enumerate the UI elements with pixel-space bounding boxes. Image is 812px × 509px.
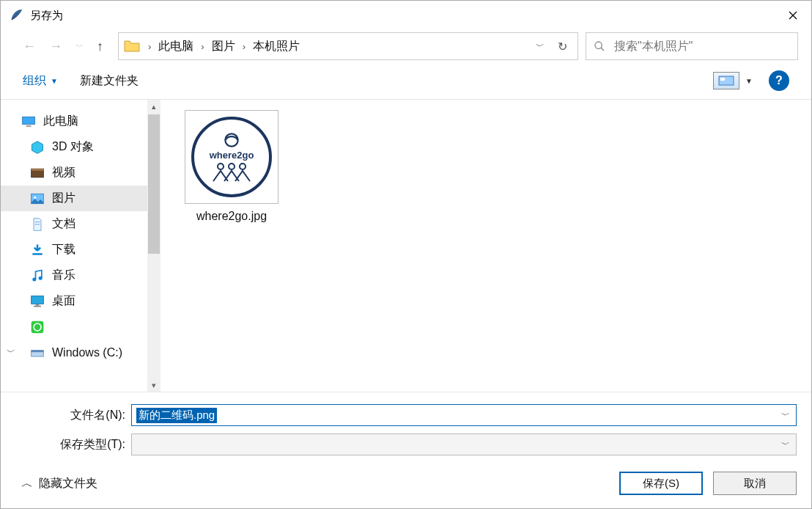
view-icon <box>718 76 734 86</box>
sidebar-item-label: 此电脑 <box>43 114 78 129</box>
forward-button[interactable]: → <box>49 39 62 54</box>
breadcrumb-item[interactable]: 此电脑 <box>158 39 193 54</box>
sidebar-item-this-pc[interactable]: 此电脑 <box>1 109 160 134</box>
svg-rect-24 <box>32 350 44 352</box>
sidebar-item-desktop[interactable]: 桌面 <box>1 288 160 314</box>
sidebar-item-videos[interactable]: 视频 <box>1 160 160 186</box>
sidebar-item-downloads[interactable]: 下载 <box>1 237 160 263</box>
command-row: 组织 ▼ 新建文件夹 ▼ ? <box>1 62 811 99</box>
svg-point-28 <box>240 164 246 169</box>
sidebar-item-label: 视频 <box>52 165 75 180</box>
filename-row: 文件名(N): 新的二维码.png ﹀ <box>15 404 797 426</box>
scroll-up-arrow[interactable]: ▴ <box>152 100 156 113</box>
chevron-down-icon: ▼ <box>51 77 58 85</box>
svg-rect-19 <box>36 304 40 306</box>
svg-rect-8 <box>26 125 32 127</box>
new-folder-button[interactable]: 新建文件夹 <box>80 73 139 89</box>
svg-rect-10 <box>32 169 44 171</box>
address-dropdown[interactable]: ﹀ <box>536 40 545 53</box>
help-button[interactable]: ? <box>769 70 789 91</box>
close-icon <box>789 11 797 20</box>
sidebar-item-documents[interactable]: 文档 <box>1 211 160 237</box>
svg-point-3 <box>595 42 602 48</box>
sidebar-item-label: 下载 <box>52 242 75 257</box>
thumb-text: where2go <box>210 150 254 161</box>
filename-combo[interactable]: 新的二维码.png ﹀ <box>131 404 797 426</box>
sidebar-item-music[interactable]: 音乐 <box>1 263 160 288</box>
doc-icon <box>30 217 45 232</box>
picture-icon <box>30 191 45 206</box>
svg-point-25 <box>225 133 237 146</box>
search-icon <box>594 40 605 52</box>
filename-value[interactable]: 新的二维码.png <box>136 408 217 423</box>
bottom-panel: 文件名(N): 新的二维码.png ﹀ 保存类型(T): ﹀ <box>1 392 811 461</box>
middle-area: 此电脑 3D 对象 视频 图片 文档 下载 <box>1 99 811 392</box>
cancel-button[interactable]: 取消 <box>713 472 797 495</box>
logo-globe-icon <box>222 132 241 148</box>
search-input[interactable] <box>613 39 790 54</box>
sidebar-item-label: 桌面 <box>52 293 75 309</box>
sidebar-item-pictures[interactable]: 图片 <box>1 186 160 211</box>
chevron-up-icon: ︿ <box>21 476 33 491</box>
svg-rect-15 <box>32 253 42 255</box>
window-title: 另存为 <box>30 9 63 23</box>
back-button[interactable]: ← <box>23 39 36 54</box>
file-tile[interactable]: where2go where2go.jpg <box>177 110 287 223</box>
music-icon <box>30 268 45 283</box>
footer-row: ︿ 隐藏文件夹 保存(S) 取消 <box>1 461 811 508</box>
scroll-down-arrow[interactable]: ▾ <box>152 378 156 392</box>
address-bar[interactable]: › 此电脑 › 图片 › 本机照片 ﹀ ↻ <box>118 32 578 60</box>
sidebar-item-label: 3D 对象 <box>52 139 94 155</box>
organize-menu[interactable]: 组织 ▼ <box>23 73 58 89</box>
sidebar-item-label: 文档 <box>52 216 75 232</box>
nav-arrows: ← → ﹀ ↑ <box>23 39 103 54</box>
sidebar-item-drive-c[interactable]: ﹀ Windows (C:) <box>1 340 160 365</box>
svg-rect-20 <box>34 305 41 307</box>
close-button[interactable] <box>775 1 811 30</box>
sidebar: 此电脑 3D 对象 视频 图片 文档 下载 <box>1 100 160 392</box>
search-box[interactable] <box>586 32 798 60</box>
svg-point-16 <box>32 277 36 281</box>
sidebar-scrollbar[interactable]: ▴ ▾ <box>147 100 160 392</box>
scroll-thumb[interactable] <box>148 114 160 254</box>
folder-icon <box>123 37 141 55</box>
drive-icon <box>30 345 45 360</box>
app-icon <box>10 9 23 22</box>
chevron-down-icon[interactable]: ﹀ <box>781 439 790 451</box>
pc-icon <box>21 114 36 129</box>
chevron-right-icon: › <box>240 41 248 52</box>
sidebar-item-label: 音乐 <box>52 268 75 283</box>
sidebar-item-app[interactable] <box>1 314 160 340</box>
app-green-icon <box>30 320 45 334</box>
filetype-label: 保存类型(T): <box>15 437 125 453</box>
organize-label: 组织 <box>23 73 46 89</box>
recent-dropdown[interactable]: ﹀ <box>75 41 84 52</box>
chevron-right-icon: › <box>198 41 207 52</box>
filetype-row: 保存类型(T): ﹀ <box>15 433 797 455</box>
hide-folders-label: 隐藏文件夹 <box>39 476 97 491</box>
filename-label: 文件名(N): <box>15 408 125 423</box>
breadcrumb-item[interactable]: 图片 <box>212 39 235 54</box>
chevron-down-icon[interactable]: ﹀ <box>781 409 790 422</box>
svg-point-17 <box>39 276 43 279</box>
svg-rect-7 <box>23 117 35 124</box>
hide-folders-toggle[interactable]: ︿ 隐藏文件夹 <box>21 476 97 491</box>
view-mode-dropdown[interactable]: ▼ <box>739 77 759 85</box>
up-button[interactable]: ↑ <box>97 39 103 54</box>
svg-point-27 <box>229 164 235 169</box>
breadcrumb-item[interactable]: 本机照片 <box>253 39 300 54</box>
nav-row: ← → ﹀ ↑ › 此电脑 › 图片 › 本机照片 ﹀ ↻ <box>1 30 811 62</box>
file-thumbnail: where2go <box>185 110 278 204</box>
sidebar-item-label: Windows (C:) <box>52 346 122 359</box>
sidebar-item-label: 图片 <box>52 191 75 206</box>
sidebar-item-3d-objects[interactable]: 3D 对象 <box>1 134 160 160</box>
refresh-button[interactable]: ↻ <box>558 40 567 54</box>
filetype-combo[interactable]: ﹀ <box>131 433 797 455</box>
file-content-area[interactable]: where2go where2go.jpg <box>160 100 811 392</box>
svg-point-12 <box>34 196 36 198</box>
save-button[interactable]: 保存(S) <box>619 472 703 495</box>
chevron-down-icon[interactable]: ﹀ <box>7 346 15 359</box>
titlebar: 另存为 <box>1 1 811 30</box>
view-mode-button[interactable] <box>713 72 739 89</box>
svg-line-4 <box>601 48 604 51</box>
